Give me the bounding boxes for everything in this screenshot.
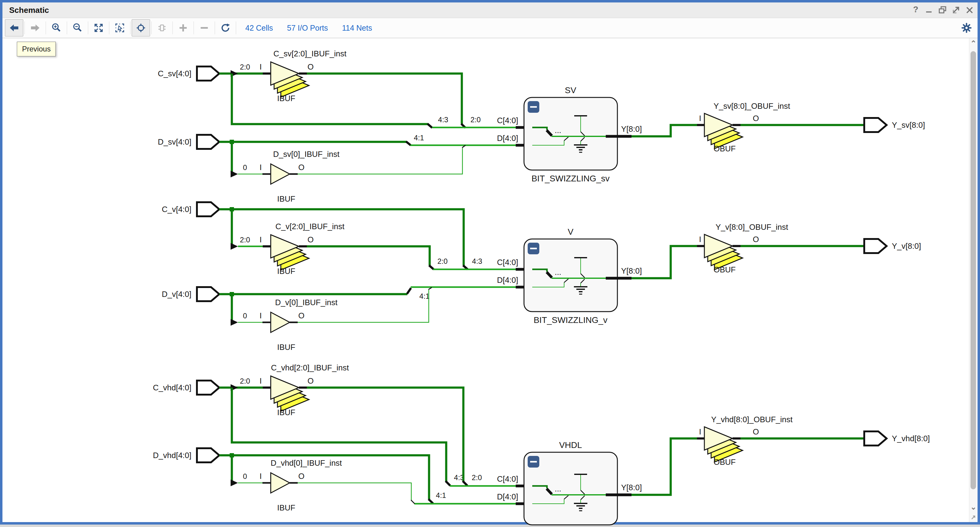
ibuf-instance[interactable] xyxy=(271,62,309,97)
autofit-selection-button[interactable] xyxy=(132,19,150,37)
zoom-out-button[interactable] xyxy=(68,19,87,37)
input-port-shape[interactable] xyxy=(197,381,219,395)
next-button[interactable] xyxy=(26,19,45,37)
pin-i-label: I xyxy=(259,311,261,320)
ibuf-instance[interactable] xyxy=(271,376,309,411)
instance-name-label: D_vhd[0]_IBUF_inst xyxy=(271,459,342,468)
input-port-shape[interactable] xyxy=(197,202,219,216)
net-wire[interactable] xyxy=(219,209,464,265)
input-port-shape[interactable] xyxy=(197,287,219,301)
scrollbar-thumb[interactable] xyxy=(970,51,976,489)
resize-grip-icon[interactable] xyxy=(969,514,977,522)
cell-type-label: OBUF xyxy=(714,265,736,274)
net-wire[interactable] xyxy=(298,483,411,500)
pin-o-label: O xyxy=(298,163,304,172)
pin-i-label: I xyxy=(699,114,701,123)
net-wire[interactable] xyxy=(232,73,428,124)
instance-name-label: C_v[2:0]_IBUF_inst xyxy=(275,222,345,231)
toolbar-separator xyxy=(46,21,46,34)
instance-name-label: Y_sv[8:0]_OBUF_inst xyxy=(714,102,791,111)
remove-button[interactable] xyxy=(195,19,213,37)
arrow-left-icon xyxy=(9,23,19,33)
window-title: Schematic xyxy=(2,5,49,15)
obuf-instance[interactable] xyxy=(705,234,743,270)
float-icon[interactable] xyxy=(937,5,948,16)
pin-i-label: I xyxy=(699,427,701,436)
toolbar-separator xyxy=(172,21,173,34)
io-ports-count-link[interactable]: 57 I/O Ports xyxy=(287,24,328,32)
pin-o-label: O xyxy=(298,311,304,320)
instance-name-label: D_sv[0]_IBUF_inst xyxy=(273,150,340,159)
block-pin-label: Y[8:0] xyxy=(621,266,642,275)
pin-o-label: O xyxy=(753,114,759,123)
instance-name-label: Y_v[8:0]_OBUF_inst xyxy=(716,223,789,232)
vertical-scrollbar[interactable]: ⌃ ⌄ xyxy=(969,38,978,522)
title-bar[interactable]: Schematic ? xyxy=(2,2,978,18)
help-button[interactable]: ? xyxy=(910,5,921,16)
nets-count-link[interactable]: 114 Nets xyxy=(342,24,372,32)
input-port-label: D_v[4:0] xyxy=(162,290,191,299)
pin-o-label: O xyxy=(307,376,313,385)
tooltip: Previous xyxy=(17,42,56,56)
input-port-shape[interactable] xyxy=(197,67,219,81)
output-port-label: Y_sv[8:0] xyxy=(892,120,925,130)
toolbar-separator xyxy=(130,21,130,34)
bus-range-label: 0 xyxy=(243,472,247,481)
output-port-shape[interactable] xyxy=(864,239,886,253)
refresh-icon xyxy=(220,23,231,33)
bus-ripper-icon xyxy=(231,479,238,486)
bus-range-label: 0 xyxy=(243,163,247,172)
bus-range-label: 2:0 xyxy=(240,236,250,244)
expand-cell-button[interactable] xyxy=(153,19,171,37)
close-icon[interactable] xyxy=(964,5,975,16)
output-port-shape[interactable] xyxy=(864,118,886,132)
gear-icon xyxy=(960,22,973,34)
bus-ripper-icon xyxy=(231,243,238,250)
toolbar-separator xyxy=(88,21,88,34)
net-wire[interactable] xyxy=(307,246,430,265)
settings-button[interactable] xyxy=(960,22,973,34)
zoom-fit-button[interactable] xyxy=(89,19,108,37)
scroll-down-icon[interactable]: ⌄ xyxy=(969,503,978,512)
input-port-shape[interactable] xyxy=(197,448,219,462)
previous-button[interactable] xyxy=(5,19,23,37)
block-name: BIT_SWIZZLING_v xyxy=(533,315,607,325)
maximize-icon[interactable] xyxy=(951,5,962,16)
refresh-button[interactable] xyxy=(216,19,235,37)
output-port-shape[interactable] xyxy=(864,431,886,446)
cells-count-link[interactable]: 42 Cells xyxy=(245,24,273,32)
obuf-instance[interactable] xyxy=(705,427,743,462)
bus-range-label: 2:0 xyxy=(438,257,447,265)
bus-ripper-icon xyxy=(231,319,238,326)
zoom-in-button[interactable] xyxy=(47,19,65,37)
block-pin-label: Y[8:0] xyxy=(621,124,642,134)
obuf-instance[interactable] xyxy=(705,113,743,149)
schematic-canvas[interactable]: Previous xyxy=(2,38,978,522)
ibuf-instance[interactable] xyxy=(271,164,290,184)
add-button[interactable] xyxy=(174,19,192,37)
zoom-in-icon xyxy=(51,23,62,33)
ibuf-instance[interactable] xyxy=(271,312,290,333)
ibuf-instance[interactable] xyxy=(271,473,290,493)
pin-o-label: O xyxy=(753,235,759,244)
input-port-shape[interactable] xyxy=(197,135,219,149)
scroll-up-icon[interactable]: ⌃ xyxy=(969,39,978,48)
zoom-to-selection-button[interactable] xyxy=(111,19,129,37)
ripper-slash-icon xyxy=(429,265,434,269)
block-pin-label: D[4:0] xyxy=(497,275,518,285)
row-sv: C_sv[4:0] D_sv[4:0] 4:3 2:0 I O C_sv[2:0… xyxy=(158,49,925,204)
ripper-slash-icon xyxy=(428,124,432,128)
output-port-label: Y_vhd[8:0] xyxy=(892,434,930,443)
minimize-icon[interactable] xyxy=(924,5,935,16)
cell-type-label: OBUF xyxy=(714,144,736,153)
ibuf-instance[interactable] xyxy=(271,235,309,270)
pin-i-label: I xyxy=(259,376,261,385)
pin-i-label: I xyxy=(699,235,701,244)
ripper-slash-icon xyxy=(406,142,411,145)
block-pin-label: Y[8:0] xyxy=(621,483,642,492)
cell-icon xyxy=(157,23,167,33)
bus-range-label: 2:0 xyxy=(240,377,250,385)
cell-type-label: IBUF xyxy=(277,267,295,276)
block-pin-label: C[4:0] xyxy=(497,474,518,484)
instance-name-label: D_v[0]_IBUF_inst xyxy=(275,298,338,307)
